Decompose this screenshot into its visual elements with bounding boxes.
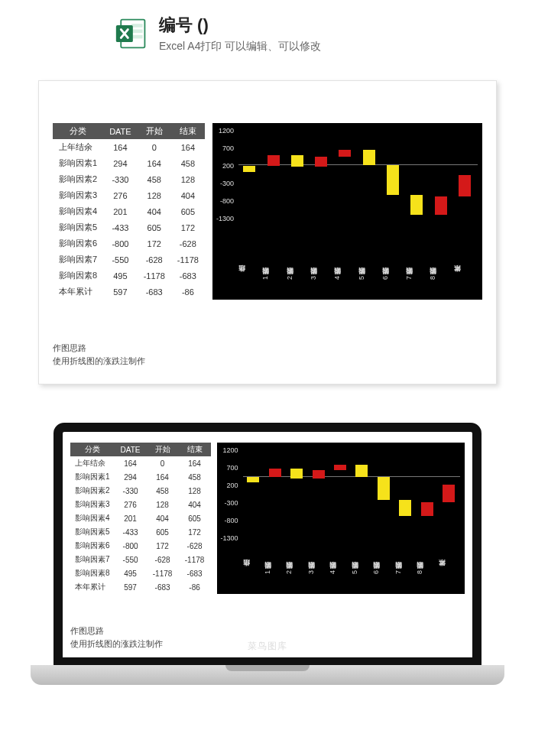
chart-x-label: 上年结余 — [238, 257, 262, 298]
table-row: 影响因素5-433605172 — [70, 525, 211, 539]
notes-line1: 作图思路 — [70, 625, 465, 638]
table-row: 影响因素7-550-628-1178 — [70, 553, 211, 566]
table-row: 影响因素2-330458128 — [70, 484, 211, 498]
chart-bar — [268, 155, 280, 166]
page-title: 编号 () — [159, 14, 321, 37]
chart-x-label: 影响因素5 — [352, 551, 373, 592]
chart-bar — [410, 195, 423, 215]
document-body: 分类DATE开始结束 上年结余1640164影响因素1294164458影响因素… — [53, 123, 482, 300]
notes-line1: 作图思路 — [53, 342, 482, 355]
laptop-base — [31, 665, 504, 685]
table-row: 本年累计597-683-86 — [53, 284, 205, 300]
table-row: 影响因素3276128404 — [53, 187, 205, 203]
svg-rect-1 — [131, 24, 143, 28]
table-header: 分类 — [70, 443, 115, 456]
data-table: 分类DATE开始结束 上年结余1640164影响因素1294164458影响因素… — [53, 123, 205, 300]
data-table: 分类DATE开始结束 上年结余1640164影响因素1294164458影响因素… — [70, 443, 211, 594]
chart-x-label: 上年结余 — [243, 551, 264, 592]
table-row: 影响因素7-550-628-1178 — [53, 251, 205, 268]
header-text: 编号 () Excel A4打印 可以编辑、可以修改 — [159, 14, 321, 54]
table-row: 影响因素4201404605 — [70, 511, 211, 525]
chart-x-label: 本年累计 — [439, 551, 460, 592]
chart-bar — [435, 196, 447, 215]
svg-rect-2 — [131, 30, 143, 34]
chart-x-label: 影响因素6 — [373, 551, 394, 592]
svg-rect-3 — [131, 35, 143, 39]
table-header: DATE — [103, 123, 138, 139]
chart-bar — [243, 166, 255, 172]
chart-x-label: 影响因素7 — [406, 257, 430, 298]
chart-bar — [421, 502, 433, 517]
table-row: 上年结余1640164 — [70, 456, 211, 470]
document-body: 分类DATE开始结束 上年结余1640164影响因素1294164458影响因素… — [70, 443, 465, 594]
table-header: 结束 — [179, 443, 211, 456]
table-header: 结束 — [171, 123, 205, 139]
table-header: 开始 — [147, 443, 179, 456]
chart-y-ticks: 1200700200-300-800-1300 — [220, 447, 238, 553]
waterfall-chart: 1200700200-300-800-1300 上年结余影响因素1影响因素2影响… — [212, 123, 482, 300]
page-header: 编号 () Excel A4打印 可以编辑、可以修改 — [0, 0, 535, 61]
chart-x-label: 影响因素3 — [308, 551, 329, 592]
chart-bar — [290, 469, 303, 479]
document-preview-card: 分类DATE开始结束 上年结余1640164影响因素1294164458影响因素… — [38, 80, 497, 384]
table-row: 影响因素1294164458 — [70, 470, 211, 484]
chart-bar — [387, 165, 399, 194]
chart-bar — [334, 465, 346, 471]
chart-x-label: 影响因素8 — [417, 551, 438, 592]
chart-bar — [247, 477, 259, 482]
chart-x-labels: 上年结余影响因素1影响因素2影响因素3影响因素4影响因素5影响因素6影响因素7影… — [243, 551, 460, 592]
chart-x-label: 影响因素6 — [382, 257, 406, 298]
chart-plot-area — [238, 128, 478, 277]
chart-bar — [363, 150, 375, 166]
table-row: 影响因素8495-1178-683 — [70, 566, 211, 580]
table-row: 影响因素6-800172-628 — [70, 539, 211, 553]
excel-icon — [115, 17, 148, 50]
chart-x-labels: 上年结余影响因素1影响因素2影响因素3影响因素4影响因素5影响因素6影响因素7影… — [238, 257, 478, 298]
chart-y-ticks: 1200700200-300-800-1300 — [216, 128, 234, 233]
table-row: 影响因素6-800172-628 — [53, 235, 205, 251]
table-header: 开始 — [138, 123, 171, 139]
chart-x-label: 影响因素4 — [329, 551, 351, 592]
chart-x-label: 影响因素5 — [358, 257, 382, 298]
chart-bar — [315, 157, 327, 167]
chart-bar — [313, 470, 325, 478]
table-row: 影响因素3276128404 — [70, 498, 211, 511]
chart-bar — [355, 465, 368, 477]
table-row: 影响因素5-433605172 — [53, 219, 205, 235]
chart-x-label: 影响因素2 — [286, 551, 307, 592]
chart-bar — [399, 500, 411, 516]
chart-x-label: 影响因素2 — [287, 257, 310, 298]
laptop-mockup: 分类DATE开始结束 上年结余1640164影响因素1294164458影响因素… — [31, 423, 504, 685]
chart-bar — [378, 477, 390, 500]
chart-x-label: 影响因素1 — [264, 551, 286, 592]
notes-line2: 使用折线图的涨跌注制作 — [53, 355, 482, 368]
laptop-screen: 分类DATE开始结束 上年结余1640164影响因素1294164458影响因素… — [54, 423, 481, 665]
laptop-brand: 菜鸟图库 — [248, 640, 287, 653]
chart-bar — [291, 155, 303, 167]
table-header: DATE — [115, 443, 147, 456]
notes: 作图思路 使用折线图的涨跌注制作 — [53, 342, 482, 367]
table-row: 本年累计597-683-86 — [70, 580, 211, 594]
page-subtitle: Excel A4打印 可以编辑、可以修改 — [159, 40, 321, 54]
chart-x-label: 本年累计 — [454, 257, 478, 298]
chart-bar — [269, 469, 281, 477]
chart-x-label: 影响因素4 — [334, 257, 358, 298]
chart-x-label: 影响因素1 — [262, 257, 286, 298]
table-row: 影响因素8495-1178-683 — [53, 268, 205, 284]
table-row: 上年结余1640164 — [53, 139, 205, 155]
waterfall-chart: 1200700200-300-800-1300 上年结余影响因素1影响因素2影响… — [217, 443, 465, 594]
chart-bar — [443, 485, 455, 502]
chart-bar — [339, 150, 351, 157]
table-row: 影响因素2-330458128 — [53, 171, 205, 187]
chart-bar — [459, 175, 471, 197]
chart-x-label: 影响因素3 — [310, 257, 334, 298]
table-row: 影响因素1294164458 — [53, 155, 205, 171]
chart-x-label: 影响因素7 — [395, 551, 417, 592]
table-header: 分类 — [53, 123, 103, 139]
chart-x-label: 影响因素8 — [430, 257, 453, 298]
table-row: 影响因素4201404605 — [53, 203, 205, 219]
